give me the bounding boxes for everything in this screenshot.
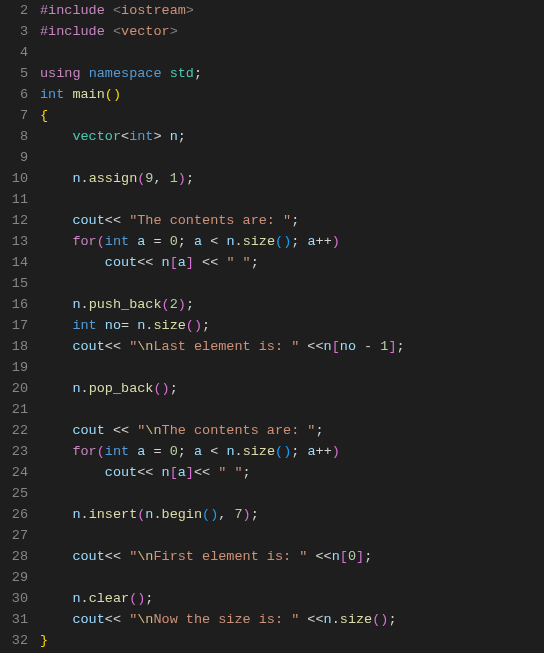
code-token: . [332, 612, 340, 627]
line-number: 17 [0, 315, 28, 336]
code-line[interactable] [40, 357, 544, 378]
code-token: . [81, 507, 89, 522]
code-token: cout [72, 549, 104, 564]
code-line[interactable]: int no= n.size(); [40, 315, 544, 336]
code-line[interactable]: n.insert(n.begin(), 7); [40, 504, 544, 525]
code-token: #include [40, 24, 105, 39]
code-line[interactable]: n.pop_back(); [40, 378, 544, 399]
code-line[interactable]: using namespace std; [40, 63, 544, 84]
code-token: () [275, 234, 291, 249]
code-line[interactable]: cout<< "\nNow the size is: " <<n.size(); [40, 609, 544, 630]
code-token: clear [89, 591, 130, 606]
code-token: First element is: " [153, 549, 307, 564]
code-token: [ [170, 255, 178, 270]
code-token: ; [291, 234, 307, 249]
code-line[interactable] [40, 567, 544, 588]
code-line[interactable]: for(int a = 0; a < n.size(); a++) [40, 231, 544, 252]
code-line[interactable] [40, 189, 544, 210]
code-line[interactable] [40, 147, 544, 168]
code-token: ; [251, 507, 259, 522]
code-token: n [324, 339, 332, 354]
code-token: ; [145, 591, 153, 606]
code-token [105, 24, 113, 39]
code-token: << [137, 255, 161, 270]
code-token: , [153, 171, 169, 186]
code-line[interactable]: cout<< n[a]<< " "; [40, 462, 544, 483]
code-token: ; [186, 297, 194, 312]
code-token: cout [105, 255, 137, 270]
code-token: \n [137, 549, 153, 564]
code-line[interactable]: cout<< n[a] << " "; [40, 252, 544, 273]
code-line[interactable]: n.push_back(2); [40, 294, 544, 315]
code-token: << [105, 549, 129, 564]
code-token: vector [72, 129, 121, 144]
code-line[interactable]: cout<< "The contents are: "; [40, 210, 544, 231]
code-line[interactable]: n.assign(9, 1); [40, 168, 544, 189]
code-token: > [153, 129, 169, 144]
code-token: < [121, 129, 129, 144]
code-line[interactable]: } [40, 630, 544, 651]
code-editor[interactable]: #include <iostream>#include <vector>usin… [36, 0, 544, 653]
line-number: 28 [0, 546, 28, 567]
code-token: a [194, 444, 202, 459]
code-line[interactable] [40, 273, 544, 294]
code-token [40, 507, 72, 522]
code-token: << [137, 465, 161, 480]
code-token: ++ [316, 444, 332, 459]
line-number: 20 [0, 378, 28, 399]
code-line[interactable]: vector<int> n; [40, 126, 544, 147]
code-line[interactable]: cout<< "\nFirst element is: " <<n[0]; [40, 546, 544, 567]
code-line[interactable]: cout << "\nThe contents are: "; [40, 420, 544, 441]
code-token: a [307, 234, 315, 249]
line-number-gutter: 2345678910111213141516171819202122232425… [0, 0, 36, 653]
code-line[interactable]: n.clear(); [40, 588, 544, 609]
line-number: 23 [0, 441, 28, 462]
code-token [40, 129, 72, 144]
code-line[interactable]: int main() [40, 84, 544, 105]
code-token: n [162, 255, 170, 270]
code-line[interactable] [40, 399, 544, 420]
code-token: Now the size is: " [153, 612, 299, 627]
code-token: size [243, 234, 275, 249]
code-token: int [40, 87, 64, 102]
code-token: } [40, 633, 48, 648]
code-token: ) [332, 234, 340, 249]
code-line[interactable] [40, 525, 544, 546]
code-token: cout [72, 339, 104, 354]
code-token: a [178, 465, 186, 480]
code-token: \n [137, 612, 153, 627]
code-token: size [153, 318, 185, 333]
line-number: 26 [0, 504, 28, 525]
code-line[interactable] [40, 483, 544, 504]
code-token: int [129, 129, 153, 144]
code-token: () [129, 591, 145, 606]
code-token: ++ [316, 234, 332, 249]
code-token: using [40, 66, 81, 81]
code-token [40, 591, 72, 606]
line-number: 8 [0, 126, 28, 147]
code-token: \n [137, 339, 153, 354]
code-line[interactable] [40, 42, 544, 63]
code-token: ] [388, 339, 396, 354]
code-token [97, 318, 105, 333]
code-token [40, 465, 105, 480]
line-number: 10 [0, 168, 28, 189]
code-token: ( [162, 297, 170, 312]
code-line[interactable]: cout<< "\nLast element is: " <<n[no - 1]… [40, 336, 544, 357]
code-line[interactable]: for(int a = 0; a < n.size(); a++) [40, 441, 544, 462]
line-number: 27 [0, 525, 28, 546]
code-line[interactable]: { [40, 105, 544, 126]
line-number: 13 [0, 231, 28, 252]
line-number: 18 [0, 336, 28, 357]
line-number: 32 [0, 630, 28, 651]
code-token: () [153, 381, 169, 396]
line-number: 14 [0, 252, 28, 273]
code-line[interactable]: #include <vector> [40, 21, 544, 42]
line-number: 16 [0, 294, 28, 315]
code-token: = [121, 318, 137, 333]
code-token: . [81, 171, 89, 186]
code-token: ; [202, 318, 210, 333]
code-line[interactable]: #include <iostream> [40, 0, 544, 21]
code-token: " " [226, 255, 250, 270]
line-number: 29 [0, 567, 28, 588]
